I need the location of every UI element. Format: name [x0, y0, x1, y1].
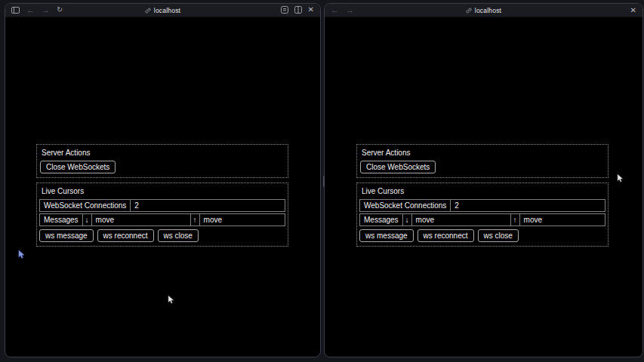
- forward-button[interactable]: →: [346, 6, 354, 14]
- ws-close-button[interactable]: ws close: [478, 229, 519, 242]
- forward-button[interactable]: →: [42, 6, 50, 14]
- messages-row: Messages ↓ move ↑ move: [359, 213, 605, 226]
- sidebar-toggle-button[interactable]: [11, 5, 20, 15]
- forward-arrow-icon: →: [346, 6, 354, 14]
- ws-close-button[interactable]: ws close: [158, 229, 199, 242]
- back-arrow-icon: ←: [331, 6, 339, 14]
- page-title: localhost: [154, 7, 180, 14]
- ws-message-button[interactable]: ws message: [39, 229, 94, 242]
- sidebar-icon: [11, 5, 20, 15]
- titlebar[interactable]: ← → ↻ localhost: [5, 4, 320, 17]
- close-window-button[interactable]: ✕: [308, 6, 314, 14]
- split-view-button[interactable]: [294, 5, 302, 15]
- up-arrow-icon: ↑: [511, 214, 520, 225]
- desktop: ← → ↻ localhost: [0, 0, 644, 362]
- last-received-message: move: [412, 214, 511, 225]
- window-resize-handle[interactable]: [323, 176, 325, 187]
- messages-label: Messages: [360, 214, 403, 225]
- page-title: localhost: [475, 7, 501, 14]
- connections-row: WebSocket Connections 2: [39, 199, 285, 212]
- live-cursors-heading: Live Cursors: [362, 187, 605, 195]
- messages-label: Messages: [40, 214, 83, 225]
- last-sent-message: move: [520, 214, 605, 225]
- messages-row: Messages ↓ move ↑ move: [39, 213, 285, 226]
- page-content: Server Actions Close WebSockets Live Cur…: [36, 144, 288, 247]
- reader-view-button[interactable]: [281, 5, 288, 15]
- page-content: Server Actions Close WebSockets Live Cur…: [356, 144, 609, 247]
- last-sent-message: move: [200, 214, 285, 225]
- last-received-message: move: [92, 214, 191, 225]
- ws-button-row: ws message ws reconnect ws close: [39, 229, 285, 242]
- live-cursors-panel: Live Cursors WebSocket Connections 2 Mes…: [36, 183, 288, 247]
- live-cursors-panel: Live Cursors WebSocket Connections 2 Mes…: [356, 183, 609, 247]
- connections-label: WebSocket Connections: [360, 200, 451, 211]
- reload-button[interactable]: ↻: [57, 6, 63, 14]
- link-icon: [145, 8, 151, 14]
- address-title: localhost: [325, 4, 642, 17]
- split-view-icon: [294, 5, 302, 15]
- connections-row: WebSocket Connections 2: [359, 199, 605, 212]
- browser-window-right: ← → localhost ✕ Server Actions Close Web…: [324, 3, 643, 357]
- close-websockets-button[interactable]: Close WebSockets: [360, 161, 436, 173]
- ws-message-button[interactable]: ws message: [359, 229, 414, 242]
- ws-button-row: ws message ws reconnect ws close: [359, 229, 605, 242]
- reader-icon: [281, 5, 288, 15]
- back-arrow-icon: ←: [26, 6, 35, 14]
- back-button[interactable]: ←: [331, 6, 339, 14]
- server-actions-panel: Server Actions Close WebSockets: [36, 144, 288, 178]
- back-button[interactable]: ←: [26, 6, 35, 14]
- down-arrow-icon: ↓: [403, 214, 412, 225]
- up-arrow-icon: ↑: [191, 214, 200, 225]
- connections-label: WebSocket Connections: [40, 200, 131, 211]
- close-window-button[interactable]: ✕: [630, 7, 636, 14]
- link-icon: [466, 8, 472, 14]
- reload-icon: ↻: [57, 6, 63, 14]
- close-icon: ✕: [630, 7, 636, 14]
- ws-reconnect-button[interactable]: ws reconnect: [418, 229, 474, 242]
- server-actions-heading: Server Actions: [42, 149, 285, 157]
- browser-window-left: ← → ↻ localhost: [5, 3, 321, 357]
- titlebar[interactable]: ← → localhost ✕: [325, 4, 642, 17]
- forward-arrow-icon: →: [42, 6, 50, 14]
- close-icon: ✕: [308, 6, 314, 14]
- down-arrow-icon: ↓: [83, 214, 92, 225]
- server-actions-panel: Server Actions Close WebSockets: [356, 144, 609, 178]
- connections-count: 2: [131, 200, 285, 211]
- server-actions-heading: Server Actions: [362, 149, 605, 157]
- live-cursors-heading: Live Cursors: [42, 187, 285, 195]
- ws-reconnect-button[interactable]: ws reconnect: [97, 229, 154, 242]
- connections-count: 2: [451, 200, 605, 211]
- close-websockets-button[interactable]: Close WebSockets: [40, 161, 116, 173]
